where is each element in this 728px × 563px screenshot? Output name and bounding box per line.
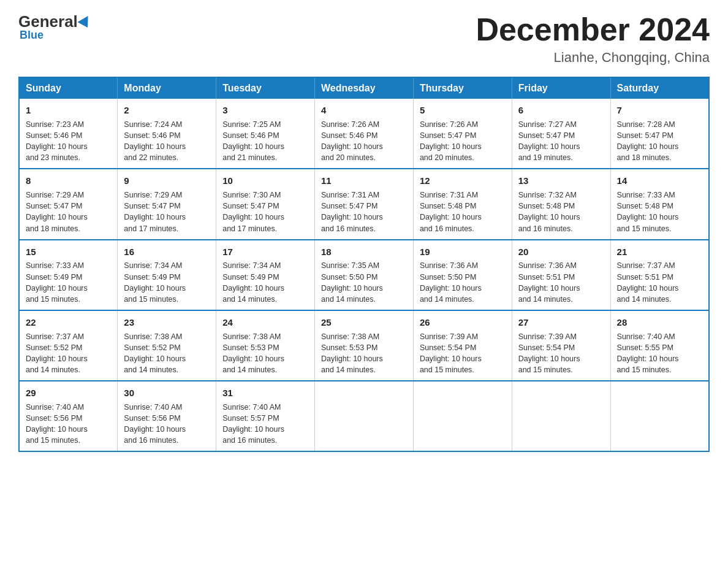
- calendar-day-26: 26Sunrise: 7:39 AM Sunset: 5:54 PM Dayli…: [413, 310, 512, 381]
- day-number: 30: [124, 386, 210, 400]
- day-number: 8: [26, 174, 111, 188]
- day-number: 28: [617, 316, 702, 329]
- calendar-day-10: 10Sunrise: 7:30 AM Sunset: 5:47 PM Dayli…: [216, 169, 315, 239]
- empty-cell: [512, 381, 610, 451]
- logo: General Blue: [18, 12, 91, 42]
- calendar-day-20: 20Sunrise: 7:36 AM Sunset: 5:51 PM Dayli…: [512, 240, 610, 310]
- day-info: Sunrise: 7:38 AM Sunset: 5:52 PM Dayligh…: [124, 331, 210, 376]
- calendar-day-4: 4Sunrise: 7:26 AM Sunset: 5:46 PM Daylig…: [315, 99, 414, 169]
- day-info: Sunrise: 7:38 AM Sunset: 5:53 PM Dayligh…: [321, 331, 407, 376]
- day-info: Sunrise: 7:31 AM Sunset: 5:48 PM Dayligh…: [420, 190, 506, 234]
- title-block: December 2024 Lianhe, Chongqing, China: [476, 12, 710, 66]
- calendar-week-5: 29Sunrise: 7:40 AM Sunset: 5:56 PM Dayli…: [19, 381, 709, 451]
- calendar-day-8: 8Sunrise: 7:29 AM Sunset: 5:47 PM Daylig…: [19, 169, 118, 239]
- day-info: Sunrise: 7:30 AM Sunset: 5:47 PM Dayligh…: [222, 190, 308, 234]
- day-number: 25: [321, 316, 407, 329]
- calendar-week-4: 22Sunrise: 7:37 AM Sunset: 5:52 PM Dayli…: [19, 310, 709, 381]
- day-number: 21: [617, 245, 702, 259]
- day-number: 11: [321, 174, 407, 188]
- day-number: 24: [222, 316, 308, 329]
- day-number: 19: [420, 245, 506, 259]
- day-info: Sunrise: 7:32 AM Sunset: 5:48 PM Dayligh…: [518, 190, 604, 234]
- calendar-day-18: 18Sunrise: 7:35 AM Sunset: 5:50 PM Dayli…: [315, 240, 414, 310]
- day-info: Sunrise: 7:28 AM Sunset: 5:47 PM Dayligh…: [617, 119, 702, 164]
- day-number: 22: [26, 316, 111, 329]
- calendar-day-9: 9Sunrise: 7:29 AM Sunset: 5:47 PM Daylig…: [118, 169, 216, 239]
- day-info: Sunrise: 7:39 AM Sunset: 5:54 PM Dayligh…: [420, 331, 506, 376]
- day-info: Sunrise: 7:38 AM Sunset: 5:53 PM Dayligh…: [222, 331, 308, 376]
- day-number: 18: [321, 245, 407, 259]
- col-header-thursday: Thursday: [413, 77, 512, 99]
- day-number: 9: [124, 174, 210, 188]
- calendar-day-1: 1Sunrise: 7:23 AM Sunset: 5:46 PM Daylig…: [19, 99, 118, 169]
- calendar-day-30: 30Sunrise: 7:40 AM Sunset: 5:56 PM Dayli…: [118, 381, 216, 451]
- calendar-day-29: 29Sunrise: 7:40 AM Sunset: 5:56 PM Dayli…: [19, 381, 118, 451]
- day-number: 31: [222, 386, 308, 400]
- calendar-day-21: 21Sunrise: 7:37 AM Sunset: 5:51 PM Dayli…: [610, 240, 709, 310]
- calendar-day-27: 27Sunrise: 7:39 AM Sunset: 5:54 PM Dayli…: [512, 310, 610, 381]
- day-info: Sunrise: 7:24 AM Sunset: 5:46 PM Dayligh…: [124, 119, 210, 164]
- calendar-week-3: 15Sunrise: 7:33 AM Sunset: 5:49 PM Dayli…: [19, 240, 709, 310]
- day-info: Sunrise: 7:29 AM Sunset: 5:47 PM Dayligh…: [26, 190, 111, 234]
- calendar-title: December 2024: [476, 12, 710, 47]
- calendar-table: SundayMondayTuesdayWednesdayThursdayFrid…: [18, 77, 710, 452]
- col-header-wednesday: Wednesday: [315, 77, 414, 99]
- day-info: Sunrise: 7:27 AM Sunset: 5:47 PM Dayligh…: [518, 119, 604, 164]
- calendar-day-5: 5Sunrise: 7:26 AM Sunset: 5:47 PM Daylig…: [413, 99, 512, 169]
- day-info: Sunrise: 7:35 AM Sunset: 5:50 PM Dayligh…: [321, 260, 407, 305]
- empty-cell: [413, 381, 512, 451]
- day-info: Sunrise: 7:36 AM Sunset: 5:51 PM Dayligh…: [518, 260, 604, 305]
- day-info: Sunrise: 7:26 AM Sunset: 5:46 PM Dayligh…: [321, 119, 407, 164]
- calendar-week-1: 1Sunrise: 7:23 AM Sunset: 5:46 PM Daylig…: [19, 99, 709, 169]
- day-number: 12: [420, 174, 506, 188]
- calendar-day-15: 15Sunrise: 7:33 AM Sunset: 5:49 PM Dayli…: [19, 240, 118, 310]
- calendar-day-31: 31Sunrise: 7:40 AM Sunset: 5:57 PM Dayli…: [216, 381, 315, 451]
- calendar-header-row: SundayMondayTuesdayWednesdayThursdayFrid…: [19, 77, 709, 99]
- calendar-day-16: 16Sunrise: 7:34 AM Sunset: 5:49 PM Dayli…: [118, 240, 216, 310]
- calendar-day-24: 24Sunrise: 7:38 AM Sunset: 5:53 PM Dayli…: [216, 310, 315, 381]
- day-info: Sunrise: 7:26 AM Sunset: 5:47 PM Dayligh…: [420, 119, 506, 164]
- day-number: 5: [420, 104, 506, 117]
- col-header-monday: Monday: [118, 77, 216, 99]
- day-info: Sunrise: 7:39 AM Sunset: 5:54 PM Dayligh…: [518, 331, 604, 376]
- day-number: 16: [124, 245, 210, 259]
- day-number: 23: [124, 316, 210, 329]
- col-header-saturday: Saturday: [610, 77, 709, 99]
- calendar-day-19: 19Sunrise: 7:36 AM Sunset: 5:50 PM Dayli…: [413, 240, 512, 310]
- day-number: 2: [124, 104, 210, 117]
- day-number: 1: [26, 104, 111, 117]
- day-info: Sunrise: 7:40 AM Sunset: 5:56 PM Dayligh…: [124, 402, 210, 446]
- day-number: 6: [518, 104, 604, 117]
- day-info: Sunrise: 7:34 AM Sunset: 5:49 PM Dayligh…: [124, 260, 210, 305]
- day-number: 10: [222, 174, 308, 188]
- day-number: 7: [617, 104, 702, 117]
- logo-blue-text: Blue: [20, 29, 44, 42]
- day-number: 29: [26, 386, 111, 400]
- col-header-tuesday: Tuesday: [216, 77, 315, 99]
- page-header: General Blue December 2024 Lianhe, Chong…: [18, 12, 710, 66]
- calendar-week-2: 8Sunrise: 7:29 AM Sunset: 5:47 PM Daylig…: [19, 169, 709, 239]
- calendar-day-11: 11Sunrise: 7:31 AM Sunset: 5:47 PM Dayli…: [315, 169, 414, 239]
- day-info: Sunrise: 7:23 AM Sunset: 5:46 PM Dayligh…: [26, 119, 111, 164]
- calendar-day-12: 12Sunrise: 7:31 AM Sunset: 5:48 PM Dayli…: [413, 169, 512, 239]
- day-info: Sunrise: 7:33 AM Sunset: 5:48 PM Dayligh…: [617, 190, 702, 234]
- day-number: 26: [420, 316, 506, 329]
- day-number: 13: [518, 174, 604, 188]
- col-header-friday: Friday: [512, 77, 610, 99]
- day-info: Sunrise: 7:33 AM Sunset: 5:49 PM Dayligh…: [26, 260, 111, 305]
- calendar-day-7: 7Sunrise: 7:28 AM Sunset: 5:47 PM Daylig…: [610, 99, 709, 169]
- day-info: Sunrise: 7:34 AM Sunset: 5:49 PM Dayligh…: [222, 260, 308, 305]
- calendar-day-22: 22Sunrise: 7:37 AM Sunset: 5:52 PM Dayli…: [19, 310, 118, 381]
- calendar-day-28: 28Sunrise: 7:40 AM Sunset: 5:55 PM Dayli…: [610, 310, 709, 381]
- day-number: 17: [222, 245, 308, 259]
- calendar-day-17: 17Sunrise: 7:34 AM Sunset: 5:49 PM Dayli…: [216, 240, 315, 310]
- day-number: 27: [518, 316, 604, 329]
- day-info: Sunrise: 7:31 AM Sunset: 5:47 PM Dayligh…: [321, 190, 407, 234]
- empty-cell: [315, 381, 414, 451]
- day-info: Sunrise: 7:37 AM Sunset: 5:52 PM Dayligh…: [26, 331, 111, 376]
- calendar-location: Lianhe, Chongqing, China: [476, 50, 710, 66]
- day-info: Sunrise: 7:40 AM Sunset: 5:56 PM Dayligh…: [26, 402, 111, 446]
- calendar-day-23: 23Sunrise: 7:38 AM Sunset: 5:52 PM Dayli…: [118, 310, 216, 381]
- day-number: 3: [222, 104, 308, 117]
- logo-triangle-icon: [77, 16, 93, 31]
